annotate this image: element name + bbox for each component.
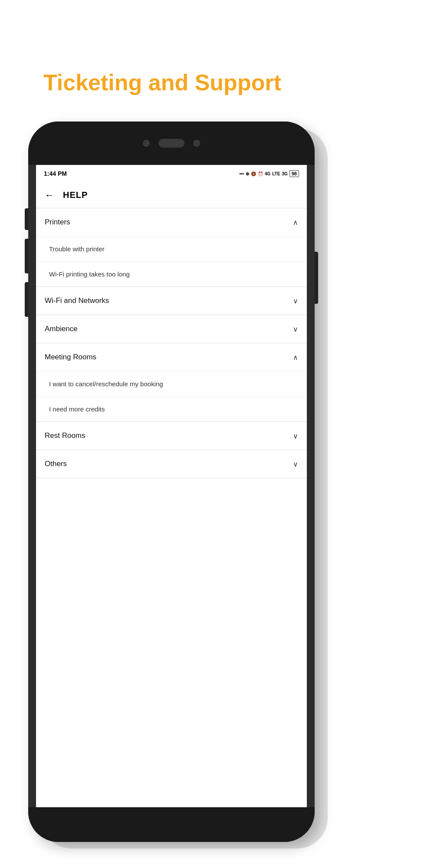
speaker-grille <box>158 139 184 148</box>
header-title: HELP <box>63 190 88 200</box>
signal-4g-icon: 4G <box>265 171 270 176</box>
printers-label: Printers <box>45 218 70 227</box>
wifi-section-header[interactable]: Wi-Fi and Networks ∨ <box>36 287 307 315</box>
ambience-label: Ambience <box>45 325 78 333</box>
menu-section-ambience: Ambience ∨ <box>36 315 307 343</box>
signal-lte-icon: LTE <box>272 171 280 176</box>
phone-screen: 1:44 PM ••• ⊕ 🔕 ⏰ 4G LTE 3G 98 ← HELP <box>36 165 307 807</box>
sensor-dot <box>193 140 200 147</box>
wifi-chevron-down-icon: ∨ <box>293 297 298 305</box>
menu-list: Printers ∧ Trouble with printer Wi-Fi pr… <box>36 208 307 478</box>
wifi-label: Wi-Fi and Networks <box>45 296 109 305</box>
others-label: Others <box>45 460 67 468</box>
printers-section-header[interactable]: Printers ∧ <box>36 208 307 236</box>
app-header: ← HELP <box>36 182 307 208</box>
phone-top-bar <box>28 122 315 165</box>
rest-rooms-label: Rest Rooms <box>45 431 85 440</box>
menu-section-meeting-rooms: Meeting Rooms ∧ I want to cancel/resched… <box>36 343 307 422</box>
bluetooth-icon: ⊕ <box>246 171 249 176</box>
alarm-icon: ⏰ <box>258 171 263 176</box>
phone-frame: 1:44 PM ••• ⊕ 🔕 ⏰ 4G LTE 3G 98 ← HELP <box>28 122 315 842</box>
wifi-printing-item[interactable]: Wi-Fi printing takes too long <box>36 261 307 286</box>
cancel-reschedule-item[interactable]: I want to cancel/reschedule my booking <box>36 371 307 396</box>
phone-bottom-bar <box>28 807 315 842</box>
status-time: 1:44 PM <box>44 170 67 177</box>
status-bar: 1:44 PM ••• ⊕ 🔕 ⏰ 4G LTE 3G 98 <box>36 165 307 182</box>
title-section: Ticketing and Support <box>43 69 281 95</box>
menu-section-others: Others ∨ <box>36 450 307 478</box>
menu-dots-icon: ••• <box>239 171 244 176</box>
status-icons: ••• ⊕ 🔕 ⏰ 4G LTE 3G 98 <box>239 170 299 177</box>
meeting-rooms-chevron-up-icon: ∧ <box>293 353 298 362</box>
volume-up-button <box>25 208 28 230</box>
menu-section-wifi: Wi-Fi and Networks ∨ <box>36 287 307 315</box>
rest-rooms-section-header[interactable]: Rest Rooms ∨ <box>36 422 307 450</box>
page-title: Ticketing and Support <box>43 69 281 95</box>
others-chevron-down-icon: ∨ <box>293 460 298 468</box>
battery-icon: 98 <box>289 170 299 177</box>
menu-section-printers: Printers ∧ Trouble with printer Wi-Fi pr… <box>36 208 307 287</box>
printers-chevron-up-icon: ∧ <box>293 218 298 227</box>
trouble-with-printer-item[interactable]: Trouble with printer <box>36 236 307 261</box>
rest-rooms-chevron-down-icon: ∨ <box>293 432 298 440</box>
front-camera <box>143 140 150 147</box>
menu-section-rest-rooms: Rest Rooms ∨ <box>36 422 307 450</box>
power-button <box>315 252 318 304</box>
need-more-credits-item[interactable]: I need more credits <box>36 396 307 421</box>
back-button[interactable]: ← <box>45 190 54 201</box>
mute-icon: 🔕 <box>251 171 256 176</box>
meeting-rooms-section-header[interactable]: Meeting Rooms ∧ <box>36 343 307 371</box>
others-section-header[interactable]: Others ∨ <box>36 450 307 478</box>
ambience-chevron-down-icon: ∨ <box>293 325 298 333</box>
meeting-rooms-label: Meeting Rooms <box>45 353 96 362</box>
silent-button <box>25 282 28 317</box>
page-background: Ticketing and Support 1:44 PM ••• ⊕ 🔕 <box>0 0 434 868</box>
ambience-section-header[interactable]: Ambience ∨ <box>36 315 307 343</box>
signal-3g-icon: 3G <box>282 171 287 176</box>
volume-down-button <box>25 239 28 273</box>
